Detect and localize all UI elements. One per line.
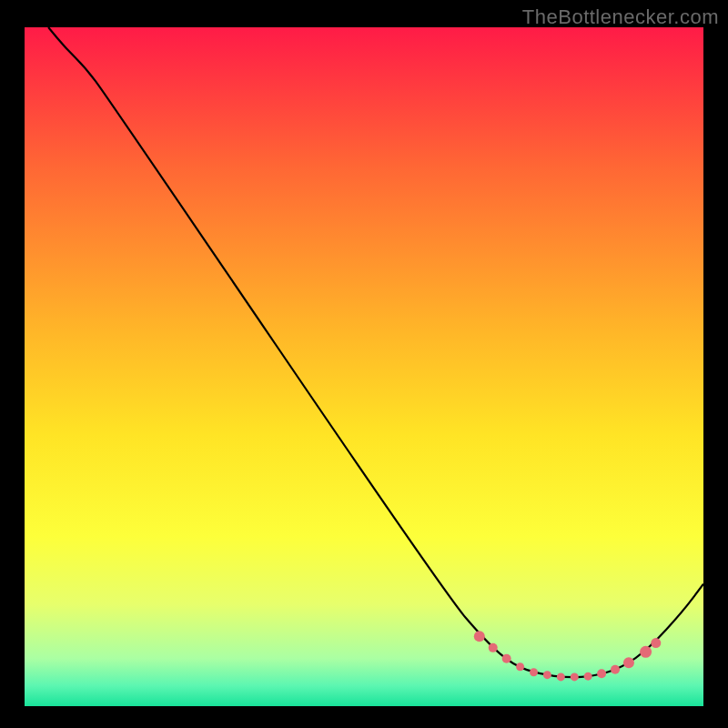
marker-dot [597,669,606,678]
plot-area [25,27,703,706]
marker-dot [571,672,579,681]
marker-dot [623,657,634,668]
marker-dot [502,654,511,663]
marker-dot [584,672,592,681]
marker-dot [530,668,538,676]
marker-dot [543,671,551,679]
chart-container: TheBottlenecker.com [0,0,728,728]
watermark-text: TheBottlenecker.com [522,5,719,29]
marker-dot [516,662,524,671]
marker-dot [489,643,498,652]
marker-dot [640,646,652,658]
chart-svg [25,27,703,706]
marker-dot [474,631,485,642]
gradient-background [25,27,703,706]
marker-dot [611,665,620,674]
marker-dot [651,638,661,648]
marker-dot [557,672,565,681]
